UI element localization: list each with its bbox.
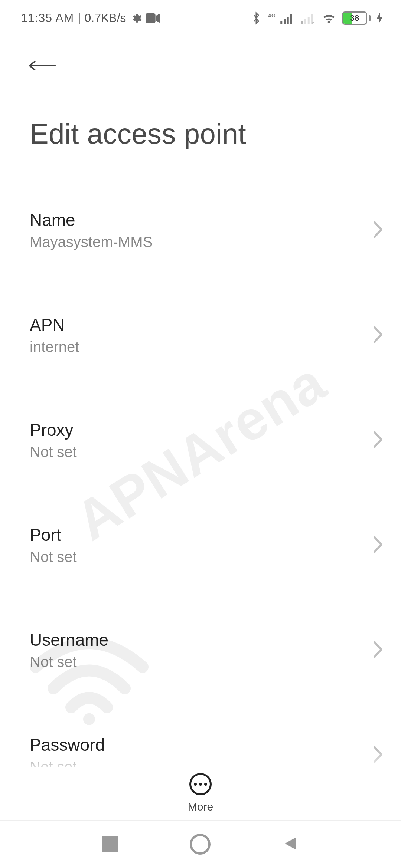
svg-rect-8 xyxy=(308,17,310,24)
system-nav-bar xyxy=(0,820,401,868)
setting-row-port[interactable]: Port Not set xyxy=(30,509,384,581)
setting-value: internet xyxy=(30,339,79,355)
svg-rect-6 xyxy=(301,21,303,24)
status-bar-left: 11:35 AM | 0.7KB/s xyxy=(21,11,160,25)
square-icon xyxy=(102,836,118,852)
chevron-right-icon xyxy=(372,535,384,555)
svg-text:x: x xyxy=(312,19,314,24)
page-title: Edit access point xyxy=(0,77,401,157)
circle-icon xyxy=(190,834,211,855)
svg-rect-2 xyxy=(280,21,282,24)
wifi-icon xyxy=(321,12,337,24)
setting-label: Password xyxy=(30,735,105,755)
status-bar-right: 4G x 38 xyxy=(251,11,384,25)
back-button[interactable] xyxy=(28,58,62,77)
more-icon xyxy=(189,773,212,795)
svg-rect-3 xyxy=(284,19,286,24)
chevron-right-icon xyxy=(372,430,384,450)
signal-strength-2-icon: x xyxy=(300,13,316,24)
triangle-left-icon xyxy=(282,835,299,853)
svg-rect-1 xyxy=(146,13,156,23)
svg-rect-5 xyxy=(290,14,292,24)
more-button[interactable]: More xyxy=(188,773,213,813)
status-separator: | xyxy=(78,11,81,25)
status-bar: 11:35 AM | 0.7KB/s 4G x 38 xyxy=(0,0,401,25)
chevron-right-icon xyxy=(372,325,384,345)
gear-icon xyxy=(130,12,142,24)
signal-strength-icon xyxy=(280,13,295,24)
setting-value: Not set xyxy=(30,654,108,670)
battery-percent: 38 xyxy=(343,13,366,24)
nav-back-button[interactable] xyxy=(282,835,299,853)
bottom-action-bar: More xyxy=(0,767,401,819)
svg-rect-7 xyxy=(304,19,306,24)
chevron-right-icon xyxy=(372,640,384,660)
camera-icon xyxy=(146,13,160,23)
setting-row-name[interactable]: Name Mayasystem-MMS xyxy=(30,194,384,266)
setting-value: Mayasystem-MMS xyxy=(30,234,153,250)
signal-4g-label: 4G xyxy=(267,11,274,25)
setting-value: Not set xyxy=(30,444,77,460)
status-time: 11:35 AM xyxy=(21,11,74,25)
status-network-speed: 0.7KB/s xyxy=(85,11,126,25)
setting-label: Proxy xyxy=(30,420,77,440)
setting-value: Not set xyxy=(30,549,77,565)
setting-label: Name xyxy=(30,210,153,230)
app-bar xyxy=(0,25,401,77)
chevron-right-icon xyxy=(372,745,384,765)
more-label: More xyxy=(188,800,213,813)
nav-recent-button[interactable] xyxy=(102,836,118,852)
setting-label: Port xyxy=(30,525,77,545)
battery-indicator: 38 xyxy=(342,11,371,25)
setting-row-apn[interactable]: APN internet xyxy=(30,299,384,371)
settings-list: Name Mayasystem-MMS APN internet Proxy N… xyxy=(0,157,401,868)
setting-label: APN xyxy=(30,315,79,335)
setting-row-proxy[interactable]: Proxy Not set xyxy=(30,404,384,476)
charging-icon xyxy=(376,13,384,24)
setting-row-username[interactable]: Username Not set xyxy=(30,614,384,686)
chevron-right-icon xyxy=(372,220,384,240)
bluetooth-icon xyxy=(251,11,261,25)
svg-rect-4 xyxy=(287,17,289,24)
setting-label: Username xyxy=(30,630,108,650)
nav-home-button[interactable] xyxy=(190,834,211,855)
